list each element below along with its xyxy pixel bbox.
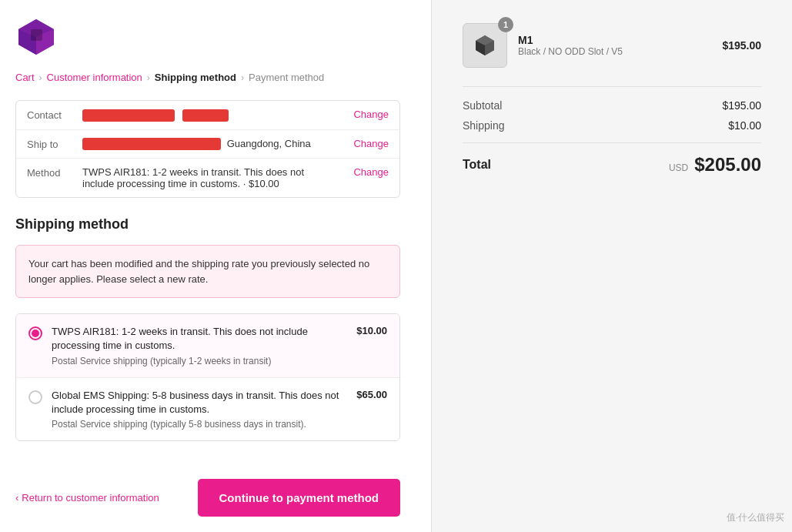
total-row: Total USD $205.00 xyxy=(463,142,761,176)
watermark: 值·什么值得买 xyxy=(727,511,784,524)
radio-ems[interactable] xyxy=(28,390,42,404)
ship-to-text: Guangdong, China xyxy=(227,138,311,149)
contact-redacted xyxy=(82,109,175,122)
contact-redacted-2 xyxy=(182,109,229,122)
shipping-section-heading: Shipping method xyxy=(15,216,400,233)
summary-divider-1 xyxy=(463,86,761,87)
breadcrumb-payment-method: Payment method xyxy=(249,72,324,83)
total-currency: USD xyxy=(669,162,688,173)
left-footer: ‹ Return to customer information Continu… xyxy=(15,471,400,517)
info-row-method: Method TWPS AIR181: 1-2 weeks in transit… xyxy=(16,159,399,197)
method-value: TWPS AIR181: 1-2 weeks in transit. This … xyxy=(82,166,338,189)
breadcrumb-sep-3: › xyxy=(241,72,244,83)
subtotal-label: Subtotal xyxy=(463,99,502,112)
ems-title: Global EMS Shipping: 5-8 business days i… xyxy=(52,389,347,417)
contact-label: Contact xyxy=(27,109,73,121)
breadcrumb-sep-1: › xyxy=(39,72,42,83)
shipping-label: Shipping xyxy=(463,119,505,132)
shipping-options: TWPS AIR181: 1-2 weeks in transit. This … xyxy=(15,313,400,441)
back-link[interactable]: ‹ Return to customer information xyxy=(15,492,159,504)
radio-twps-inner xyxy=(32,330,39,337)
ship-to-value: Guangdong, China xyxy=(82,138,338,151)
radio-twps[interactable] xyxy=(28,326,42,340)
ship-to-redacted xyxy=(82,138,221,150)
method-change[interactable]: Change xyxy=(353,166,389,178)
total-amount: $205.00 xyxy=(694,154,761,176)
breadcrumb: Cart › Customer information › Shipping m… xyxy=(15,72,400,83)
contact-change[interactable]: Change xyxy=(353,109,389,120)
shipping-alert: Your cart has been modified and the ship… xyxy=(15,245,400,298)
subtotal-value: $195.00 xyxy=(722,99,761,112)
method-label: Method xyxy=(27,166,73,179)
ship-to-label: Ship to xyxy=(27,138,73,150)
subtotal-row: Subtotal $195.00 xyxy=(463,99,761,112)
shipping-row: Shipping $10.00 xyxy=(463,119,761,132)
right-panel: 1 M1 Black / NO ODD Slot / V5 $195.00 Su… xyxy=(431,0,792,532)
continue-button[interactable]: Continue to payment method xyxy=(198,479,401,517)
cart-item-details: M1 Black / NO ODD Slot / V5 xyxy=(518,34,711,57)
info-row-ship-to: Ship to Guangdong, China Change xyxy=(16,130,399,159)
cart-item-variant: Black / NO ODD Slot / V5 xyxy=(518,46,711,57)
breadcrumb-sep-2: › xyxy=(147,72,150,83)
info-box: Contact Change Ship to Guangdong, China … xyxy=(15,100,400,198)
ems-content: Global EMS Shipping: 5-8 business days i… xyxy=(52,389,347,430)
twps-content: TWPS AIR181: 1-2 weeks in transit. This … xyxy=(52,325,347,366)
back-chevron-icon: ‹ xyxy=(15,492,18,504)
total-label: Total xyxy=(463,158,491,172)
twps-price: $10.00 xyxy=(356,325,387,336)
svg-rect-4 xyxy=(31,29,42,41)
cart-item-name: M1 xyxy=(518,34,711,46)
cart-item-badge: 1 xyxy=(498,17,513,32)
ship-to-change[interactable]: Change xyxy=(353,138,389,149)
twps-title: TWPS AIR181: 1-2 weeks in transit. This … xyxy=(52,325,347,353)
shipping-option-ems[interactable]: Global EMS Shipping: 5-8 business days i… xyxy=(16,378,399,440)
info-row-contact: Contact Change xyxy=(16,101,399,130)
logo-area xyxy=(15,15,400,58)
ems-price: $65.00 xyxy=(356,389,387,400)
twps-subtitle: Postal Service shipping (typically 1-2 w… xyxy=(52,356,347,366)
brand-logo xyxy=(15,15,58,58)
shipping-option-twps[interactable]: TWPS AIR181: 1-2 weeks in transit. This … xyxy=(16,314,399,377)
total-right: USD $205.00 xyxy=(669,154,761,176)
breadcrumb-shipping-method: Shipping method xyxy=(155,72,236,83)
ems-subtitle: Postal Service shipping (typically 5-8 b… xyxy=(52,419,347,430)
back-link-label: Return to customer information xyxy=(22,492,159,504)
left-panel: Cart › Customer information › Shipping m… xyxy=(0,0,431,532)
breadcrumb-customer-information[interactable]: Customer information xyxy=(47,72,142,83)
cart-item-price: $195.00 xyxy=(722,39,761,52)
shipping-value: $10.00 xyxy=(728,119,761,132)
cart-image-wrap: 1 xyxy=(463,23,507,68)
contact-value xyxy=(82,109,338,122)
breadcrumb-cart[interactable]: Cart xyxy=(15,72,35,83)
cart-item: 1 M1 Black / NO ODD Slot / V5 $195.00 xyxy=(463,23,761,68)
